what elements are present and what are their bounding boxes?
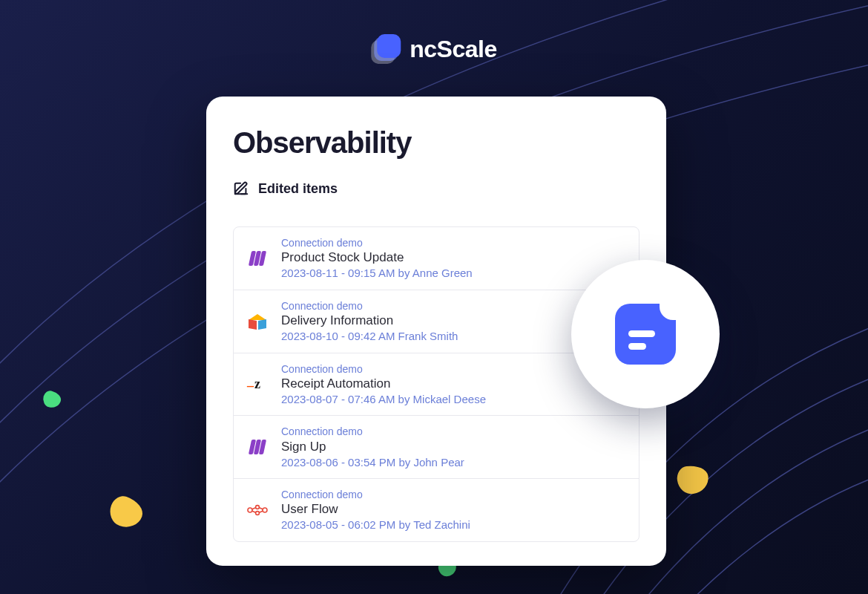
svg-point-0	[248, 508, 252, 512]
page-title: Observability	[233, 126, 640, 160]
item-meta: 2023-08-07 - 07:46 AM by Mickael Deese	[281, 392, 625, 407]
item-meta: 2023-08-11 - 09:15 AM by Anne Green	[281, 266, 625, 281]
item-meta: 2023-08-05 - 06:02 PM by Ted Zachini	[281, 518, 625, 532]
item-title: User Flow	[281, 501, 625, 518]
n8n-icon	[247, 500, 268, 520]
item-connection: Connection demo	[281, 236, 625, 249]
item-title: Sign Up	[281, 439, 625, 455]
list-item[interactable]: Connection demo User Flow 2023-08-05 - 0…	[234, 479, 639, 541]
document-badge	[571, 260, 720, 408]
document-icon	[615, 304, 676, 365]
svg-point-3	[263, 508, 267, 512]
item-meta: 2023-08-06 - 03:54 PM by John Pear	[281, 455, 625, 470]
item-connection: Connection demo	[281, 362, 625, 376]
section-label: Edited items	[258, 181, 338, 197]
brand-logo: ncScale	[371, 34, 496, 64]
item-connection: Connection demo	[281, 299, 625, 313]
zapier-icon: z	[247, 373, 268, 394]
edit-icon	[233, 180, 249, 197]
logo-mark-icon	[371, 34, 401, 64]
decor-blob-yellow	[105, 493, 146, 532]
make-icon	[247, 248, 268, 269]
item-title: Product Stock Update	[281, 249, 625, 266]
edited-items-list: Connection demo Product Stock Update 202…	[233, 226, 640, 542]
item-connection: Connection demo	[281, 425, 625, 438]
svg-point-2	[256, 512, 260, 515]
decor-blob-green	[42, 389, 63, 409]
svg-point-1	[256, 506, 260, 509]
item-title: Receipt Automation	[281, 376, 625, 392]
section-header: Edited items	[233, 180, 640, 197]
airtable-icon	[247, 311, 268, 332]
brand-name: ncScale	[410, 36, 496, 63]
item-connection: Connection demo	[281, 488, 625, 501]
list-item[interactable]: Connection demo Sign Up 2023-08-06 - 03:…	[234, 416, 639, 479]
list-item[interactable]: Connection demo Product Stock Update 202…	[234, 227, 639, 290]
decor-blob-yellow	[676, 463, 711, 495]
make-icon	[247, 437, 268, 457]
